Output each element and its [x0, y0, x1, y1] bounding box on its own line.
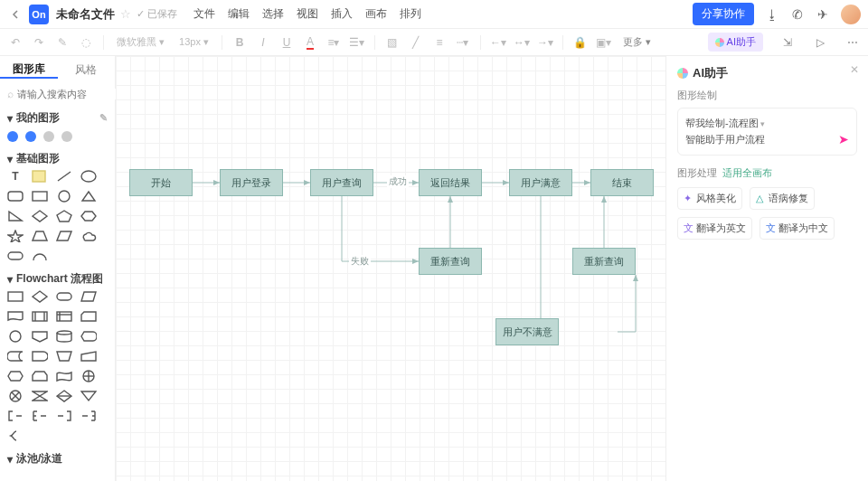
shape-hexagon[interactable] — [80, 210, 97, 222]
avatar[interactable] — [841, 5, 861, 24]
font-size-select[interactable]: 13px ▾ — [179, 36, 209, 48]
send-icon[interactable]: ✈ — [816, 7, 830, 22]
shape-line[interactable] — [56, 170, 72, 183]
download-icon[interactable]: ⭳ — [765, 7, 779, 22]
fc-merge[interactable] — [80, 390, 97, 402]
arrow-end-icon[interactable]: →▾ — [537, 34, 553, 51]
font-color-icon[interactable]: A — [302, 34, 318, 51]
fill-color-icon[interactable]: ▧ — [384, 34, 401, 51]
shape-triangle[interactable] — [80, 190, 97, 203]
node-query[interactable]: 用户查询 — [310, 169, 373, 196]
menu-view[interactable]: 视图 — [297, 6, 318, 22]
fc-loop[interactable] — [32, 370, 48, 382]
ai-toolbar-button[interactable]: AI助手 — [708, 33, 763, 52]
shape-parallelogram[interactable] — [56, 230, 72, 242]
fc-tape[interactable] — [56, 370, 72, 382]
fc-predef[interactable] — [32, 310, 48, 323]
menu-arrange[interactable]: 排列 — [400, 6, 421, 22]
more-button[interactable]: 更多 ▾ — [623, 35, 651, 49]
fc-document[interactable] — [7, 310, 24, 323]
fc-prep[interactable] — [7, 370, 24, 382]
fc-annot1[interactable] — [7, 410, 24, 422]
canvas[interactable]: 开始 用户登录 用户查询 返回结果 用户满意 结束 重新查询 重新查询 用户不满… — [116, 56, 665, 481]
swatch[interactable] — [7, 131, 18, 142]
shape-note[interactable] — [32, 170, 48, 183]
menu-edit[interactable]: 编辑 — [228, 6, 250, 22]
tab-library[interactable]: 图形库 — [0, 61, 58, 79]
fc-manualop[interactable] — [56, 350, 72, 363]
chip-beautify[interactable]: ✦风格美化 — [677, 187, 742, 210]
shape-rect[interactable] — [32, 190, 48, 203]
fc-connector[interactable] — [7, 330, 24, 343]
group-icon[interactable]: ▣▾ — [596, 34, 612, 51]
italic-icon[interactable]: I — [255, 34, 271, 51]
align-icon[interactable]: ≡▾ — [326, 34, 342, 51]
fc-sum[interactable] — [80, 370, 97, 382]
undo-icon[interactable]: ↶ — [7, 34, 24, 51]
fc-process[interactable] — [7, 290, 24, 303]
shape-circle[interactable] — [56, 190, 72, 203]
fc-data[interactable] — [80, 290, 97, 303]
shape-pentagon[interactable] — [56, 210, 72, 222]
node-login[interactable]: 用户登录 — [220, 169, 283, 196]
fc-internal[interactable] — [56, 310, 72, 323]
send-icon[interactable]: ➤ — [838, 129, 849, 149]
menu-file[interactable]: 文件 — [193, 6, 215, 22]
fc-decision[interactable] — [32, 290, 48, 303]
menu-select[interactable]: 选择 — [262, 6, 284, 22]
shape-text[interactable]: T — [7, 170, 24, 183]
tab-style[interactable]: 风格 — [58, 62, 116, 78]
underline-icon[interactable]: U — [278, 34, 295, 51]
node-retry1[interactable]: 重新查询 — [419, 248, 482, 275]
swatch[interactable] — [25, 131, 36, 142]
chip-zh[interactable]: 文翻译为中文 — [760, 217, 835, 240]
arrow-start-icon[interactable]: ←▾ — [490, 34, 506, 51]
format-painter-icon[interactable]: ✎ — [54, 34, 71, 51]
close-icon[interactable]: ✕ — [850, 63, 859, 76]
back-button[interactable] — [7, 6, 24, 23]
chip-fix[interactable]: △语病修复 — [750, 187, 815, 210]
fc-or[interactable] — [7, 390, 24, 402]
redo-icon[interactable]: ↷ — [31, 34, 47, 51]
line-style-icon[interactable]: ┄▾ — [455, 34, 471, 51]
fc-collate[interactable] — [32, 390, 48, 402]
fc-annot3[interactable] — [56, 410, 72, 422]
line-color-icon[interactable]: ╱ — [408, 34, 424, 51]
fc-display[interactable] — [80, 330, 97, 343]
fc-annot2[interactable] — [32, 410, 48, 422]
shape-arc[interactable] — [32, 250, 48, 262]
fc-delay[interactable] — [32, 350, 48, 363]
fc-offpage[interactable] — [32, 330, 48, 343]
cat-flowchart[interactable]: ▾ Flowchart 流程图 — [7, 271, 108, 287]
node-retry2[interactable]: 重新查询 — [572, 248, 636, 275]
clear-format-icon[interactable]: ◌ — [78, 34, 94, 51]
export-icon[interactable]: ⇲ — [779, 34, 796, 51]
present-icon[interactable]: ▷ — [812, 34, 828, 51]
swatch[interactable] — [61, 131, 72, 142]
shape-rtriangle[interactable] — [7, 210, 24, 222]
node-satisfy[interactable]: 用户满意 — [509, 169, 572, 196]
font-select[interactable]: 微软雅黑 ▾ — [117, 35, 165, 49]
ai-prompt-card[interactable]: 帮我绘制-流程图▾ 智能助手用户流程 ➤ — [677, 108, 857, 156]
lock-icon[interactable]: 🔒 — [572, 34, 589, 51]
share-button[interactable]: 分享协作 — [693, 3, 754, 25]
more-icon[interactable]: ⋯ — [844, 34, 861, 51]
fc-sort[interactable] — [56, 390, 72, 402]
fc-card[interactable] — [80, 310, 97, 323]
cat-basic[interactable]: ▾ 基础图形 — [7, 151, 108, 166]
node-end[interactable]: 结束 — [590, 169, 654, 196]
fc-manualin[interactable] — [80, 350, 97, 363]
swatch[interactable] — [43, 131, 54, 142]
node-start[interactable]: 开始 — [129, 169, 193, 196]
fc-stored[interactable] — [7, 350, 24, 363]
shape-cloud[interactable] — [80, 230, 97, 242]
menu-insert[interactable]: 插入 — [331, 6, 353, 22]
cat-my-shapes[interactable]: ▾ 我的图形✎ — [7, 110, 108, 126]
chip-en[interactable]: 文翻译为英文 — [677, 217, 752, 240]
line-spacing-icon[interactable]: ☰▾ — [349, 34, 365, 51]
fc-database[interactable] — [56, 330, 72, 343]
connector-icon[interactable]: ↔▾ — [514, 34, 530, 51]
fc-annot4[interactable] — [80, 410, 97, 422]
shape-diamond[interactable] — [32, 210, 48, 222]
shape-ellipse[interactable] — [80, 170, 97, 183]
